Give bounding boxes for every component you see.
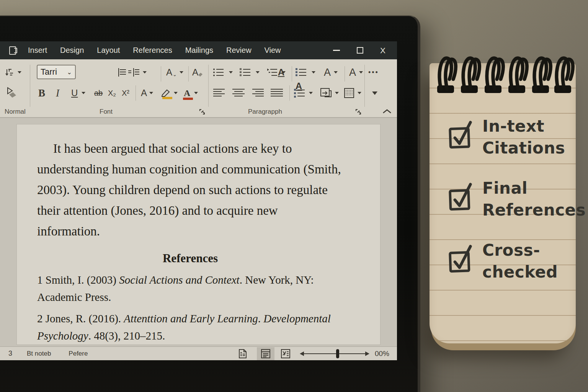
paragraph-group-label: Paragrapph	[248, 108, 282, 116]
checked-checkbox-icon	[447, 242, 475, 273]
divider	[292, 66, 292, 82]
align-center-button[interactable]	[232, 86, 245, 100]
document-page[interactable]: It has been argued that social actions a…	[17, 124, 380, 345]
font-group-label: Font	[100, 108, 113, 116]
menu-mailings[interactable]: Mailings	[179, 46, 220, 55]
multilevel-list-icon	[266, 68, 278, 77]
window-controls: X	[333, 46, 385, 55]
checklist-label: In-text Citations	[482, 115, 576, 159]
text-effects-button[interactable]: A	[141, 86, 153, 100]
zoom-slider[interactable]	[300, 348, 369, 359]
align-right-button[interactable]	[251, 86, 264, 100]
dropdown-caret	[18, 71, 21, 74]
zoom-percentage[interactable]: 00%	[375, 350, 389, 358]
spiral-coil-icon	[483, 52, 505, 95]
divider	[345, 66, 345, 82]
menu-review[interactable]: Review	[220, 46, 258, 55]
collapse-ribbon-icon[interactable]	[382, 109, 392, 114]
bold-button[interactable]: B	[38, 86, 45, 100]
menu-references[interactable]: References	[126, 46, 178, 55]
sort-icon	[5, 68, 15, 77]
print-layout-icon	[261, 349, 271, 359]
bullets-button[interactable]	[213, 65, 233, 79]
group-divider	[30, 65, 30, 107]
minimize-icon[interactable]	[333, 50, 340, 51]
dropdown-caret	[229, 71, 233, 74]
clear-formatting-button[interactable]: A	[192, 65, 203, 79]
sort-az-button[interactable]: A	[324, 65, 338, 79]
justify-icon	[270, 88, 283, 98]
proofing-status[interactable]: Pefere	[69, 350, 88, 358]
dropdown-caret	[312, 71, 315, 74]
read-mode-button[interactable]	[237, 348, 248, 359]
numbering-button[interactable]	[240, 65, 260, 79]
list-styles-button[interactable]	[296, 65, 315, 79]
eraser-icon	[198, 72, 203, 77]
divider	[289, 85, 290, 101]
sort-paragraph-button[interactable]	[5, 65, 21, 79]
menu-view[interactable]: View	[258, 46, 287, 55]
style-group-label: Normal	[5, 108, 26, 116]
numbered-list-icon	[240, 68, 251, 77]
notepad-paper: In-text Citations Final References Cross…	[430, 63, 576, 343]
underline-button[interactable]: U	[71, 86, 85, 100]
dropdown-caret	[309, 92, 313, 94]
spacing-button[interactable]	[118, 65, 147, 79]
reference-entry-2: 2 Jones, R. (2016). Attenttion and Early…	[37, 310, 343, 345]
zoom-slider-track[interactable]	[304, 353, 366, 354]
font-name-combobox[interactable]: Tarri ⌄	[37, 65, 76, 79]
justify-button[interactable]	[270, 86, 283, 100]
dropdown-caret	[174, 92, 178, 94]
highlight-button[interactable]	[161, 86, 178, 100]
borders-button[interactable]	[320, 86, 339, 100]
font-dialog-launcher-icon[interactable]	[199, 109, 205, 115]
shading-icon	[344, 88, 354, 98]
subscript-button[interactable]: X₂	[108, 86, 116, 100]
paragraph-dialog-launcher-icon[interactable]	[355, 109, 361, 115]
zoom-slider-thumb[interactable]	[336, 349, 339, 358]
references-heading: References	[37, 252, 343, 265]
dropdown-caret	[143, 71, 147, 74]
paste-button[interactable]	[5, 86, 17, 100]
ribbon: Normal Tarri ⌄ Aᶺ Aᵛ A⌄ A	[0, 59, 397, 118]
checklist-item: Cross-checked	[447, 239, 576, 283]
align-right-icon	[251, 88, 264, 98]
dropdown-caret	[194, 92, 198, 94]
maximize-icon[interactable]	[357, 47, 363, 54]
checked-checkbox-icon	[447, 118, 475, 149]
formatting-marks-button[interactable]: A	[349, 65, 363, 79]
group-divider	[364, 65, 365, 107]
multilevel-list-button[interactable]	[266, 65, 286, 79]
superscript-button[interactable]: X²	[122, 86, 129, 100]
align-center-icon	[232, 88, 245, 98]
highlight-color-bar	[162, 97, 172, 99]
font-color-button[interactable]: A	[184, 86, 198, 100]
dropdown-caret	[282, 71, 286, 74]
align-left-icon	[213, 88, 226, 98]
close-icon[interactable]: X	[380, 46, 385, 55]
italic-button[interactable]: I	[56, 86, 59, 100]
page-number[interactable]: 3	[8, 350, 12, 358]
divider	[136, 85, 136, 101]
more-options-button[interactable]: •••	[368, 65, 379, 79]
print-layout-button[interactable]	[257, 347, 274, 360]
change-case-button[interactable]: A⌄	[166, 65, 183, 79]
dropdown-caret	[335, 92, 339, 94]
bullet-list-icon	[213, 68, 224, 77]
zoom-in-arrow-icon[interactable]	[365, 351, 369, 356]
menu-design[interactable]: Design	[54, 46, 90, 55]
web-layout-button[interactable]	[280, 348, 291, 359]
checked-checkbox-icon	[447, 180, 475, 211]
dropdown-caret	[359, 71, 363, 74]
align-left-button[interactable]	[213, 86, 226, 100]
list-style-icon	[296, 68, 307, 77]
menu-insert[interactable]: Insert	[21, 46, 54, 55]
overflow-dropdown-button[interactable]	[372, 86, 377, 100]
line-paragraph-spacing-button[interactable]	[294, 86, 313, 100]
strikethrough-button[interactable]: ab	[94, 86, 103, 100]
menu-layout[interactable]: Layout	[90, 46, 126, 55]
title-bar: Insert Design Layout References Mailings…	[0, 41, 397, 59]
spiral-notepad: In-text Citations Final References Cross…	[430, 63, 577, 350]
word-count[interactable]: Bt noteb	[27, 350, 51, 358]
shading-button[interactable]	[344, 86, 361, 100]
